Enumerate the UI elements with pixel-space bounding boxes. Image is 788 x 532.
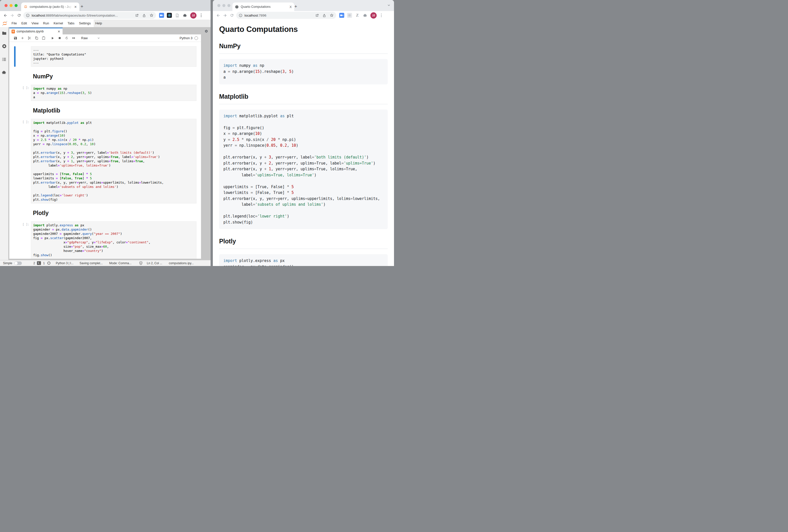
url-text[interactable]: localhost:8889/lab/workspaces/auto-S/tre… bbox=[32, 14, 133, 17]
file-browser-icon[interactable] bbox=[2, 30, 6, 36]
document-extension-icon[interactable] bbox=[175, 13, 180, 18]
close-tab-icon[interactable]: X bbox=[290, 5, 292, 8]
gear-icon[interactable] bbox=[204, 29, 208, 34]
open-in-new-icon[interactable] bbox=[135, 14, 139, 17]
restart-run-all-button[interactable] bbox=[70, 35, 77, 41]
kernel-status-text[interactable]: Python 3 | I... bbox=[56, 262, 74, 265]
cell-type-dropdown[interactable]: Raw bbox=[81, 36, 100, 40]
browser-menu-icon[interactable] bbox=[199, 14, 203, 17]
command-mode-text[interactable]: Mode: Comma... bbox=[109, 262, 132, 265]
profile-avatar[interactable]: JJ bbox=[190, 12, 197, 19]
menu-kernel[interactable]: Kernel bbox=[51, 20, 65, 27]
notebook-tab[interactable]: computations.ipynb ✕ bbox=[9, 28, 63, 35]
minimize-window-button[interactable] bbox=[222, 4, 225, 7]
kernel-name: Python 3 bbox=[180, 36, 193, 40]
status-filename: computations.ipy... bbox=[169, 262, 194, 265]
close-window-button[interactable] bbox=[217, 4, 220, 7]
forward-button[interactable] bbox=[222, 12, 229, 19]
add-cell-button[interactable] bbox=[19, 35, 26, 41]
save-button[interactable] bbox=[12, 35, 19, 41]
code-cell-numpy[interactable]: [ ]: import numpy as npa = np.arange(15)… bbox=[9, 85, 201, 101]
menu-file[interactable]: File bbox=[9, 20, 19, 27]
code-cell-input-plotly[interactable]: import plotly.express as pxgapminder = p… bbox=[31, 221, 197, 259]
trust-shield-icon[interactable] bbox=[139, 261, 143, 265]
reload-button[interactable] bbox=[229, 12, 235, 19]
cursor-position-text[interactable]: Ln 2, Col ... bbox=[147, 262, 162, 265]
simple-mode-toggle[interactable] bbox=[14, 262, 22, 265]
markdown-cell-numpy[interactable]: NumPy bbox=[9, 71, 201, 80]
close-notebook-tab-icon[interactable]: ✕ bbox=[58, 29, 60, 34]
browser-tab-jupyter[interactable]: computations.ip (auto-S) - Jup ✕ bbox=[21, 2, 79, 11]
site-info-icon[interactable] bbox=[239, 14, 242, 17]
code-cell-matplotlib[interactable]: [ ]: import matplotlib.pyplot as plt fig… bbox=[9, 119, 201, 203]
menu-run[interactable]: Run bbox=[41, 20, 51, 27]
menu-settings[interactable]: Settings bbox=[77, 20, 93, 27]
browser-menu-icon[interactable] bbox=[379, 14, 383, 17]
running-kernels-icon[interactable] bbox=[2, 44, 7, 49]
new-tab-button[interactable]: + bbox=[79, 3, 85, 9]
menu-tabs[interactable]: Tabs bbox=[65, 20, 77, 27]
code-cell-plotly[interactable]: [ ]: import plotly.express as pxgapminde… bbox=[9, 221, 201, 259]
raw-cell-input[interactable]: ---title: "Quarto Computations"jupyter: … bbox=[31, 46, 197, 67]
zoom-extension-icon[interactable] bbox=[339, 13, 344, 18]
browser-tab-strip: computations.ip (auto-S) - Jup ✕ + bbox=[0, 0, 211, 11]
interrupt-kernel-button[interactable] bbox=[56, 35, 63, 41]
extensions-puzzle-icon[interactable] bbox=[182, 13, 188, 18]
url-text[interactable]: localhost:7896 bbox=[244, 14, 313, 17]
open-in-new-icon[interactable] bbox=[315, 14, 319, 17]
markdown-cell-matplotlib[interactable]: Matplotlib bbox=[9, 105, 201, 115]
url-bar[interactable]: localhost:7896 bbox=[236, 12, 336, 19]
terminals-count[interactable]: 2 bbox=[34, 262, 35, 265]
raw-cell[interactable]: ---title: "Quarto Computations"jupyter: … bbox=[9, 46, 201, 67]
kernels-count[interactable]: 1 bbox=[43, 262, 45, 265]
code-cell-input-matplotlib[interactable]: import matplotlib.pyplot as plt fig = pl… bbox=[31, 119, 197, 203]
notebook-file-icon bbox=[12, 29, 15, 34]
profile-avatar[interactable]: JJ bbox=[370, 12, 377, 19]
url-bar[interactable]: localhost:8889/lab/workspaces/auto-S/tre… bbox=[23, 12, 156, 19]
close-window-button[interactable] bbox=[4, 4, 7, 7]
tab-search-chevron-icon[interactable] bbox=[387, 3, 391, 7]
extensions-puzzle-icon[interactable] bbox=[362, 13, 368, 18]
menu-edit[interactable]: Edit bbox=[19, 20, 29, 27]
bookmark-star-icon[interactable] bbox=[150, 13, 154, 17]
quarto-page[interactable]: Quarto Computations NumPy import numpy a… bbox=[213, 20, 394, 266]
section-heading-plotly: Plotly bbox=[33, 210, 195, 217]
reload-button[interactable] bbox=[16, 12, 22, 19]
menubar-gray-zone bbox=[94, 20, 211, 27]
new-tab-button[interactable]: + bbox=[293, 3, 299, 9]
paste-cells-button[interactable] bbox=[40, 35, 47, 41]
forward-button[interactable] bbox=[9, 12, 16, 19]
browser-tab-strip: Quarto Computations X + bbox=[213, 0, 394, 11]
code-cell-input-numpy[interactable]: import numpy as npa = np.arange(15).resh… bbox=[31, 85, 197, 101]
kernel-chip-icon[interactable] bbox=[47, 261, 51, 265]
close-tab-icon[interactable]: ✕ bbox=[74, 5, 77, 8]
zoom-extension-icon[interactable] bbox=[159, 13, 164, 18]
share-icon[interactable] bbox=[322, 14, 326, 17]
minimize-window-button[interactable] bbox=[9, 4, 13, 7]
menu-help[interactable]: Help bbox=[93, 20, 104, 27]
react-devtools-extension-icon[interactable] bbox=[167, 13, 172, 18]
back-button[interactable] bbox=[2, 12, 9, 19]
zoom-window-button[interactable] bbox=[15, 4, 18, 7]
copy-cells-button[interactable] bbox=[33, 35, 40, 41]
markdown-cell-plotly[interactable]: Plotly bbox=[9, 208, 201, 217]
bookmark-star-icon[interactable] bbox=[330, 13, 334, 17]
table-of-contents-icon[interactable] bbox=[2, 57, 6, 62]
kernel-indicator[interactable]: Python 3 bbox=[180, 36, 198, 40]
back-button[interactable] bbox=[215, 12, 222, 19]
terminal-icon[interactable]: $_ bbox=[37, 261, 41, 265]
extension-manager-icon[interactable] bbox=[2, 70, 6, 75]
menu-view[interactable]: View bbox=[29, 20, 41, 27]
run-button[interactable] bbox=[49, 35, 56, 41]
site-info-icon[interactable] bbox=[26, 14, 29, 17]
notebook-scroll-area[interactable]: ---title: "Quarto Computations"jupyter: … bbox=[9, 42, 201, 259]
browser-toolbar: localhost:7896 Z JJ bbox=[213, 11, 394, 20]
cell-collapser[interactable] bbox=[14, 46, 16, 67]
zoom-window-button[interactable] bbox=[228, 4, 231, 7]
restart-kernel-button[interactable] bbox=[63, 35, 70, 41]
browser-tab-quarto[interactable]: Quarto Computations X bbox=[232, 2, 294, 11]
cut-cells-button[interactable] bbox=[26, 35, 33, 41]
share-icon[interactable] bbox=[142, 14, 146, 17]
z-extension-icon[interactable]: Z bbox=[355, 13, 360, 18]
react-devtools-extension-icon[interactable] bbox=[347, 13, 352, 18]
